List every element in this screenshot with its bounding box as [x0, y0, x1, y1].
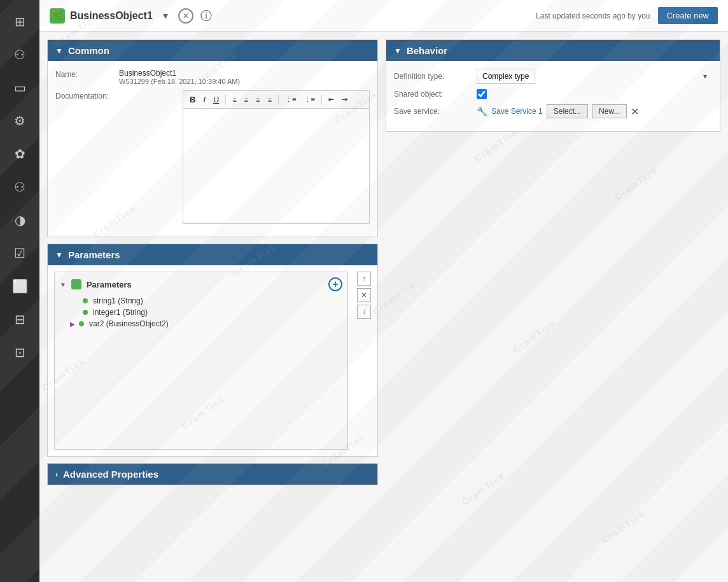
param-controls: ↑ ✕ ↓	[357, 272, 371, 450]
param-delete-button[interactable]: ✕	[357, 288, 371, 302]
param-tree: ▼ Parameters +	[54, 272, 348, 450]
share-icon: ⚇	[14, 47, 25, 62]
folder-icon: ⊡	[15, 345, 25, 360]
doc-toolbar: B I U ≡ ≡ ≡ ≡ ⋮≡ ⋮	[183, 91, 369, 109]
param-root-item: ▼ Parameters	[60, 278, 132, 291]
common-section-body: Name: BusinessObject1 W531299 (Feb 18, 2…	[48, 61, 377, 237]
param-label-1: integer1 (String)	[93, 308, 148, 317]
main-content: 🌿 BusinessObject1 ▾ ✕ ⓘ Last updated sec…	[39, 0, 728, 582]
app-container: ⊞ ⚇ ▭ ⚙ ✿ ⚇ ◑ ☑ ⬜ ⊟ ⊡	[0, 0, 728, 582]
common-section-header[interactable]: ▼ Common	[48, 40, 377, 61]
save-service-link[interactable]: Save Service 1	[491, 107, 543, 116]
param-item-0: string1 (String)	[60, 295, 342, 307]
sidebar-item-chart[interactable]: ◑	[0, 204, 39, 237]
def-type-label: Definition type:	[394, 72, 477, 81]
app-title: BusinessObject1	[70, 10, 153, 22]
documentation-row: Documentation: B I U ≡ ≡ ≡	[55, 90, 370, 224]
shared-checkbox[interactable]	[477, 89, 487, 99]
def-type-select-wrapper: Complex type Simple type Enum type ▾	[477, 69, 712, 84]
shared-label: Shared object:	[394, 90, 477, 99]
underline-btn[interactable]: U	[211, 94, 221, 106]
advanced-section-header[interactable]: › Advanced Properties	[48, 464, 377, 485]
dropdown-btn[interactable]: ▾	[158, 8, 173, 24]
doc-content-area[interactable]	[183, 109, 369, 223]
content-area: ▼ Common Name: BusinessObject1 W531299 (…	[39, 32, 728, 582]
advanced-section: › Advanced Properties	[47, 463, 378, 485]
new-service-button[interactable]: New...	[592, 104, 627, 118]
info-btn[interactable]: ⓘ	[199, 8, 214, 24]
people-icon: ⚇	[14, 179, 25, 195]
def-type-row: Definition type: Complex type Simple typ…	[394, 69, 712, 84]
create-new-button[interactable]: Create new	[658, 7, 718, 24]
indent-out-btn[interactable]: ⇤	[326, 94, 337, 105]
sidebar-item-settings[interactable]: ⚙	[0, 104, 39, 137]
save-service-icon: 🔧	[477, 106, 487, 116]
align-left-btn[interactable]: ≡	[230, 95, 239, 105]
parameters-section-header[interactable]: ▼ Parameters	[48, 244, 377, 265]
grid-icon: ⊞	[15, 14, 25, 29]
bold-btn[interactable]: B	[187, 94, 198, 106]
sidebar-item-people[interactable]: ⚇	[0, 170, 39, 204]
indent-in-btn[interactable]: ⇥	[339, 94, 350, 105]
app-logo: 🌿	[50, 8, 65, 24]
param-logo	[71, 279, 81, 289]
sidebar-item-docs[interactable]: ⬜	[0, 270, 39, 303]
param-dot-0	[83, 298, 88, 303]
shared-value	[477, 89, 712, 99]
docs-icon: ⬜	[12, 279, 28, 294]
sidebar-item-folder[interactable]: ⊡	[0, 336, 39, 369]
def-type-select[interactable]: Complex type Simple type Enum type	[477, 69, 535, 84]
behavior-section-header[interactable]: ▼ Behavior	[386, 40, 720, 61]
sidebar-item-briefcase[interactable]: ⊟	[0, 303, 39, 336]
common-section-title: Common	[68, 45, 109, 56]
italic-btn[interactable]: I	[200, 94, 208, 106]
behavior-chevron: ▼	[394, 46, 402, 55]
advanced-chevron: ›	[55, 470, 58, 479]
parameters-content: ▼ Parameters +	[54, 272, 371, 450]
align-right-btn[interactable]: ≡	[253, 95, 262, 105]
left-column: ▼ Common Name: BusinessObject1 W531299 (…	[47, 39, 378, 574]
param-up-button[interactable]: ↑	[357, 272, 371, 286]
list-ul-btn[interactable]: ⋮≡	[302, 94, 318, 105]
select-arrow-icon: ▾	[703, 72, 707, 81]
doc-label: Documentation:	[55, 90, 119, 100]
close-btn[interactable]: ✕	[178, 8, 193, 24]
top-bar-right: Last updated seconds ago by you Create n…	[536, 7, 718, 24]
list-ol-btn[interactable]: ⋮≡	[283, 94, 298, 105]
sidebar-item-plugin[interactable]: ✿	[0, 137, 39, 170]
param-item-2: ▶ var2 (BusinessObject2)	[60, 318, 342, 329]
select-service-button[interactable]: Select...	[547, 104, 588, 118]
justify-btn[interactable]: ≡	[265, 95, 274, 105]
settings-icon: ⚙	[14, 113, 25, 128]
param-root-label: Parameters	[87, 280, 132, 289]
chart-icon: ◑	[15, 212, 25, 228]
sidebar-item-share[interactable]: ⚇	[0, 38, 39, 71]
behavior-section-body: Definition type: Complex type Simple typ…	[386, 61, 720, 131]
param-list: ▼ Parameters +	[54, 272, 348, 450]
remove-service-button[interactable]: ✕	[631, 106, 639, 118]
toolbar-sep-2	[278, 95, 279, 105]
last-updated-text: Last updated seconds ago by you	[536, 11, 650, 20]
right-column: ▼ Behavior Definition type: Complex type	[386, 39, 720, 574]
doc-editor: B I U ≡ ≡ ≡ ≡ ⋮≡ ⋮	[183, 90, 370, 224]
device-icon: ▭	[14, 80, 26, 95]
advanced-section-title: Advanced Properties	[63, 469, 158, 480]
align-center-btn[interactable]: ≡	[242, 95, 251, 105]
save-service-label: Save service:	[394, 107, 477, 116]
param-down-button[interactable]: ↓	[357, 305, 371, 319]
sidebar-item-tasks[interactable]: ☑	[0, 237, 39, 270]
parameters-chevron: ▼	[55, 251, 63, 260]
top-bar-left: 🌿 BusinessObject1 ▾ ✕ ⓘ	[50, 8, 214, 24]
tasks-icon: ☑	[14, 246, 25, 261]
briefcase-icon: ⊟	[15, 312, 25, 327]
param-add-button[interactable]: +	[328, 277, 342, 291]
name-value: BusinessObject1	[119, 69, 240, 78]
top-bar: 🌿 BusinessObject1 ▾ ✕ ⓘ Last updated sec…	[39, 0, 728, 32]
param-item-1: integer1 (String)	[60, 307, 342, 318]
name-row: Name: BusinessObject1 W531299 (Feb 18, 2…	[55, 69, 370, 85]
sidebar-item-grid[interactable]: ⊞	[0, 5, 39, 38]
behavior-section: ▼ Behavior Definition type: Complex type	[386, 39, 720, 132]
plugin-icon: ✿	[15, 146, 25, 162]
sidebar: ⊞ ⚇ ▭ ⚙ ✿ ⚇ ◑ ☑ ⬜ ⊟ ⊡	[0, 0, 39, 582]
sidebar-item-device[interactable]: ▭	[0, 71, 39, 104]
